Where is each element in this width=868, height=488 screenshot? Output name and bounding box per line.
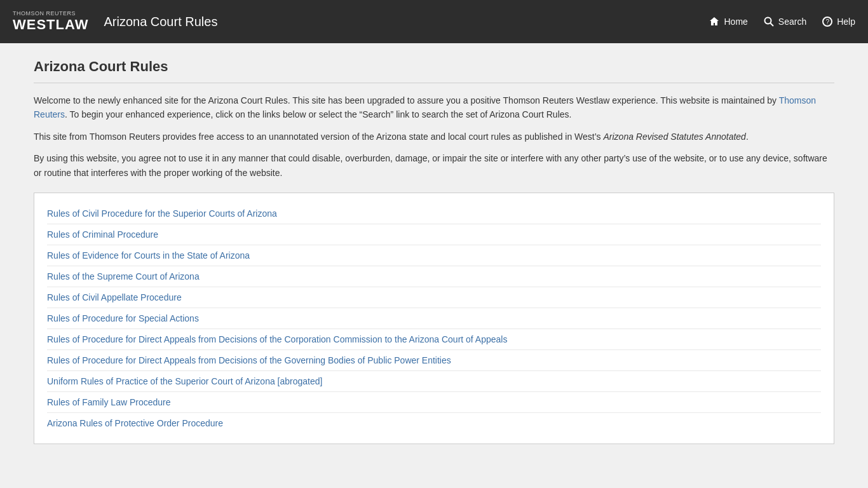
- search-nav-item[interactable]: Search: [763, 16, 806, 27]
- rule-link-8[interactable]: Uniform Rules of Practice of the Superio…: [47, 371, 821, 392]
- rule-link-3[interactable]: Rules of the Supreme Court of Arizona: [47, 266, 821, 287]
- rule-link-9[interactable]: Rules of Family Law Procedure: [47, 392, 821, 413]
- rule-link-6[interactable]: Rules of Procedure for Direct Appeals fr…: [47, 329, 821, 350]
- help-icon: ?: [822, 16, 833, 27]
- svg-text:?: ?: [826, 18, 830, 25]
- rule-link-0[interactable]: Rules of Civil Procedure for the Superio…: [47, 203, 821, 224]
- header-nav: Home Search ? Help: [709, 16, 855, 27]
- site-header: THOMSON REUTERS WESTLAW Arizona Court Ru…: [0, 0, 868, 43]
- title-divider: [34, 83, 834, 83]
- header-title: Arizona Court Rules: [104, 15, 217, 29]
- intro1-text: Welcome to the newly enhanced site for t…: [34, 95, 779, 105]
- logo-area: THOMSON REUTERS WESTLAW: [13, 10, 88, 33]
- intro1-cont: . To begin your enhanced experience, cli…: [65, 109, 571, 119]
- home-label: Home: [724, 17, 747, 27]
- rule-link-7[interactable]: Rules of Procedure for Direct Appeals fr…: [47, 350, 821, 371]
- main-content: Arizona Court Rules Welcome to the newly…: [21, 43, 847, 459]
- search-label: Search: [778, 17, 806, 27]
- rule-link-1[interactable]: Rules of Criminal Procedure: [47, 224, 821, 245]
- rule-link-2[interactable]: Rules of Evidence for Courts in the Stat…: [47, 245, 821, 266]
- help-label: Help: [837, 17, 855, 27]
- home-icon: [709, 16, 720, 27]
- rule-link-5[interactable]: Rules of Procedure for Special Actions: [47, 308, 821, 329]
- intro-paragraph-3: By using this website, you agree not to …: [34, 151, 834, 180]
- search-icon: [763, 16, 775, 27]
- home-nav-item[interactable]: Home: [709, 16, 747, 27]
- page-title: Arizona Court Rules: [34, 58, 834, 75]
- intro2-part1: This site from Thomson Reuters provides …: [34, 132, 603, 142]
- rules-list-box: Rules of Civil Procedure for the Superio…: [34, 193, 834, 444]
- rule-link-4[interactable]: Rules of Civil Appellate Procedure: [47, 287, 821, 308]
- svg-point-0: [764, 18, 771, 24]
- rule-link-10[interactable]: Arizona Rules of Protective Order Proced…: [47, 413, 821, 433]
- intro2-italic: Arizona Revised Statutes Annotated: [603, 132, 745, 142]
- help-nav-item[interactable]: ? Help: [822, 16, 855, 27]
- logo-top-text: THOMSON REUTERS: [13, 10, 88, 17]
- intro-paragraph-2: This site from Thomson Reuters provides …: [34, 130, 834, 144]
- logo-bottom-text: WESTLAW: [13, 17, 88, 33]
- intro-paragraph-1: Welcome to the newly enhanced site for t…: [34, 93, 834, 122]
- intro2-part2: .: [746, 132, 749, 142]
- svg-line-1: [770, 24, 773, 27]
